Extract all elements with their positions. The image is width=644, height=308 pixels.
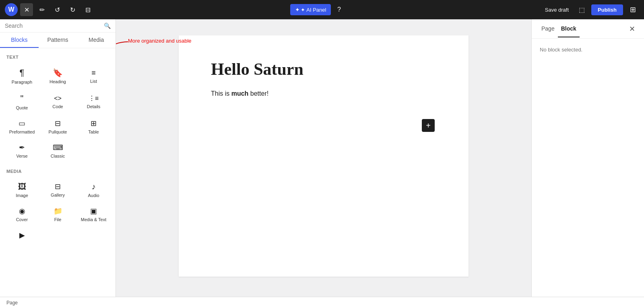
text-blocks-grid: ¶ Paragraph 🔖 Heading ≡ List " Quote <>	[0, 61, 116, 166]
right-sidebar-content: No block selected.	[532, 39, 644, 61]
sidebar-tabs: Blocks Patterns Media	[0, 33, 116, 48]
quote-icon: "	[21, 94, 24, 103]
save-draft-button[interactable]: Save draft	[542, 4, 572, 15]
ai-panel-button[interactable]: ✦ ✦ AI Panel	[290, 4, 331, 15]
search-input[interactable]	[5, 23, 104, 29]
block-image[interactable]: 🖼 Image	[5, 179, 39, 202]
annotation-arrow	[116, 39, 132, 59]
right-sidebar-close-button[interactable]: ✕	[626, 23, 638, 35]
no-block-text: No block selected.	[540, 47, 582, 53]
wordpress-logo: W	[5, 3, 18, 16]
list-view-button[interactable]: ⊟	[81, 3, 94, 16]
media-text-icon: ▣	[90, 207, 97, 215]
preformatted-icon: ▭	[19, 120, 25, 127]
block-classic[interactable]: ⌨ Classic	[41, 140, 75, 162]
post-body[interactable]: This is much better!	[211, 88, 436, 99]
media-section-label: MEDIA	[0, 166, 116, 175]
block-quote[interactable]: " Quote	[5, 90, 39, 114]
body-text: This is	[211, 90, 231, 97]
block-pullquote[interactable]: ⊟ Pullquote	[41, 116, 75, 138]
block-audio[interactable]: ♪ Audio	[76, 179, 111, 202]
block-media-text[interactable]: ▣ Media & Text	[76, 203, 111, 226]
text-section-label: TEXT	[0, 51, 116, 61]
paragraph-icon: ¶	[20, 68, 25, 77]
right-sidebar-header: Page Block ✕	[532, 19, 644, 39]
left-sidebar: 🔍 Blocks Patterns Media TEXT ¶ Par	[0, 19, 116, 297]
settings-button[interactable]: ⊞	[626, 3, 639, 16]
heading-icon: 🔖	[53, 69, 63, 77]
bottom-bar-label: Page	[6, 300, 18, 306]
details-icon: ⋮≡	[89, 95, 99, 102]
block-list[interactable]: ≡ List	[76, 64, 111, 88]
search-icon[interactable]: 🔍	[104, 23, 111, 29]
right-sidebar: Page Block ✕ No block selected.	[531, 19, 644, 297]
search-bar: 🔍	[0, 19, 116, 33]
file-icon: 📁	[54, 207, 62, 215]
pullquote-icon: ⊟	[55, 120, 61, 127]
post-title[interactable]: Hello Saturn	[211, 60, 436, 79]
editor-canvas: Hello Saturn This is much better!	[179, 35, 469, 277]
block-code[interactable]: <> Code	[41, 90, 75, 114]
publish-button[interactable]: Publish	[591, 4, 623, 15]
video-icon: ▶	[19, 232, 25, 239]
tab-media[interactable]: Media	[77, 33, 116, 48]
body-highlight: much	[231, 90, 249, 97]
verse-icon: ✒	[19, 144, 25, 151]
list-icon: ≡	[91, 69, 96, 76]
close-icon: ✕	[629, 25, 635, 33]
media-blocks-grid: 🖼 Image ⊟ Gallery ♪ Audio ◉ Cover 📁	[0, 175, 116, 248]
tab-page[interactable]: Page	[538, 21, 558, 37]
table-icon: ⊞	[91, 120, 97, 127]
block-cover[interactable]: ◉ Cover	[5, 203, 39, 226]
block-details[interactable]: ⋮≡ Details	[76, 90, 111, 114]
body-rest: better!	[248, 90, 268, 97]
editor-area: More organized and usable Hello Saturn T…	[116, 19, 531, 297]
edit-button[interactable]: ✏	[35, 3, 48, 16]
plus-icon: +	[426, 121, 431, 130]
code-icon: <>	[54, 95, 62, 102]
add-block-button[interactable]: +	[422, 119, 435, 132]
tab-block[interactable]: Block	[558, 21, 580, 37]
bottom-bar: Page	[0, 297, 644, 308]
block-video[interactable]: ▶	[5, 228, 39, 245]
block-paragraph[interactable]: ¶ Paragraph	[5, 64, 39, 88]
main-area: 🔍 Blocks Patterns Media TEXT ¶ Par	[0, 19, 644, 297]
classic-icon: ⌨	[53, 144, 63, 151]
tab-blocks[interactable]: Blocks	[0, 33, 39, 48]
toolbar-left: W ✕ ✏ ↺ ↻ ⊟	[5, 3, 94, 16]
block-file[interactable]: 📁 File	[41, 203, 75, 226]
undo-button[interactable]: ↺	[51, 3, 64, 16]
toolbar-right: Save draft ⬚ Publish ⊞	[542, 3, 639, 16]
help-button[interactable]: ?	[332, 3, 345, 16]
redo-button[interactable]: ↻	[66, 3, 79, 16]
block-verse[interactable]: ✒ Verse	[5, 140, 39, 162]
ai-icon: ✦	[295, 6, 300, 13]
toolbar: W ✕ ✏ ↺ ↻ ⊟ ✦ ✦ AI Panel ? Save draft	[0, 0, 644, 19]
cover-icon: ◉	[19, 207, 25, 215]
blocks-panel: TEXT ¶ Paragraph 🔖 Heading ≡ List " Quot	[0, 48, 116, 297]
gallery-icon: ⊟	[55, 183, 61, 190]
toolbar-center: ✦ ✦ AI Panel ?	[96, 3, 540, 16]
block-heading[interactable]: 🔖 Heading	[41, 64, 75, 88]
view-button[interactable]: ⬚	[575, 3, 588, 16]
block-table[interactable]: ⊞ Table	[76, 116, 111, 138]
audio-icon: ♪	[92, 183, 96, 191]
tab-patterns[interactable]: Patterns	[39, 33, 77, 48]
close-button[interactable]: ✕	[20, 3, 33, 16]
block-gallery[interactable]: ⊟ Gallery	[41, 179, 75, 202]
image-icon: 🖼	[18, 183, 26, 191]
block-preformatted[interactable]: ▭ Preformatted	[5, 116, 39, 138]
